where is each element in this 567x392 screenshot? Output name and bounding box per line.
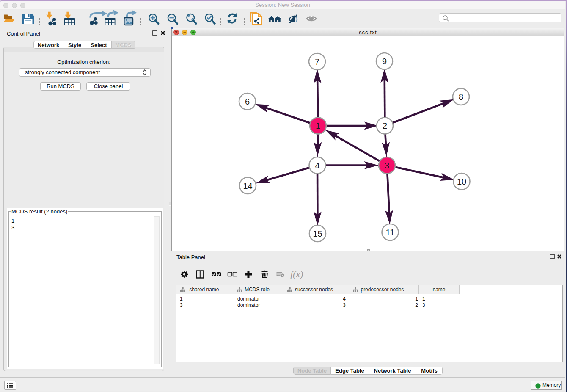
svg-text:3: 3 — [385, 161, 389, 170]
svg-text:10: 10 — [457, 177, 466, 186]
svg-text:6: 6 — [245, 97, 250, 106]
svg-text:11: 11 — [386, 228, 395, 237]
svg-text:f(x): f(x) — [290, 269, 303, 279]
svg-text:2: 2 — [383, 121, 387, 130]
svg-text:4: 4 — [315, 161, 319, 170]
svg-text:9: 9 — [382, 57, 387, 66]
svg-text:7: 7 — [315, 57, 319, 66]
svg-text:14: 14 — [243, 181, 252, 190]
svg-text:1: 1 — [316, 121, 320, 130]
svg-text:8: 8 — [459, 92, 463, 102]
svg-text:15: 15 — [313, 229, 322, 238]
